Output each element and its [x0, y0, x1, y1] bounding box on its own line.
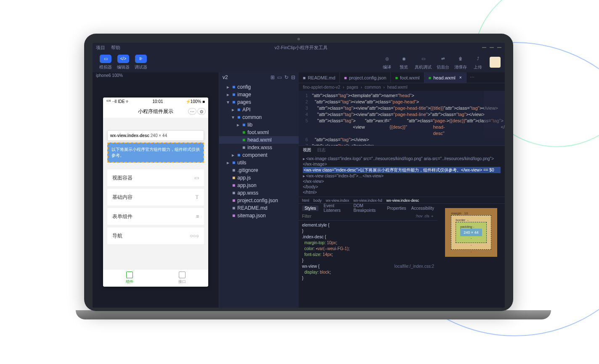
hov-cls-toggle[interactable]: :hov .cls ＋: [415, 214, 434, 219]
breadcrumb: fino-applet-demo-v2 › pages › common › h…: [299, 83, 505, 91]
titlebar: 项目 帮助 v2-FinClip小程序开发工具: [93, 43, 505, 52]
menu-project[interactable]: 项目: [96, 45, 105, 51]
max-icon[interactable]: [490, 47, 494, 48]
tab-overflow[interactable]: ⋯: [466, 72, 478, 83]
path-segment[interactable]: body: [313, 198, 322, 203]
new-file-icon[interactable]: ⊞: [270, 74, 275, 80]
box-model: margin 10 border - padding - 240 × 44 - …: [437, 204, 505, 308]
preview-button[interactable]: ◉预览: [398, 55, 410, 70]
clear-cache-button[interactable]: 🗑清缓存: [454, 55, 467, 70]
tree-node[interactable]: ▸■component: [219, 151, 299, 159]
editor-toggle[interactable]: </>编辑器: [117, 55, 130, 70]
more-icon[interactable]: ⋯: [188, 108, 196, 115]
file-tree: ▸■config▸■image▾■pages▸■API▾■common▸■lib…: [219, 82, 299, 220]
list-item[interactable]: 导航○○○: [107, 227, 204, 244]
inspector-tab-view[interactable]: 视图: [303, 147, 311, 153]
style-tab[interactable]: DOM Breakpoints: [353, 203, 382, 213]
path-segment[interactable]: html: [302, 198, 309, 203]
editor-tab[interactable]: ■head.wxml×: [424, 72, 466, 83]
upload-button[interactable]: ⤴上传: [472, 55, 484, 70]
editor-tab[interactable]: ■foot.wxml: [391, 72, 424, 83]
laptop-frame: 项目 帮助 v2-FinClip小程序开发工具 ▭模拟器 </>编辑器 ⊪调试器…: [76, 34, 522, 324]
tree-node[interactable]: ■project.config.json: [219, 197, 299, 204]
filter-input[interactable]: [302, 214, 415, 219]
window-title: v2-FinClip小程序开发工具: [120, 45, 482, 51]
phone-simulator: ᴵᴰᴱ ⋅⋅ll IDE ᯤ 10:01 ⚡100% ■ 小程序组件展示 ⋯ ⊙…: [103, 98, 208, 287]
toolbar: ▭模拟器 </>编辑器 ⊪调试器 ◎编译 ◉预览 ▭真机调试 ⇄切后台 🗑清缓存…: [93, 52, 505, 72]
editor-tab[interactable]: ■project.config.json: [340, 72, 391, 83]
style-tab[interactable]: Accessibility: [411, 206, 434, 211]
page-title: 小程序组件展示: [138, 108, 173, 115]
tree-node[interactable]: ■foot.wxml: [219, 129, 299, 136]
min-icon[interactable]: [482, 47, 486, 48]
remote-debug-button[interactable]: ▭真机调试: [415, 55, 432, 70]
tree-node[interactable]: ▸■API: [219, 106, 299, 113]
code-editor[interactable]: 1"attr">class="tag"><template "attr">nam…: [299, 91, 505, 145]
editor-tabs: ■README.md■project.config.json■foot.wxml…: [299, 72, 505, 83]
tab-interface[interactable]: 接口: [156, 269, 208, 287]
tree-node[interactable]: ■index.wxss: [219, 144, 299, 151]
style-tab[interactable]: Styles: [302, 206, 318, 211]
style-tab[interactable]: Event Listeners: [323, 203, 348, 213]
tree-node[interactable]: ▸■lib: [219, 121, 299, 129]
dom-tree[interactable]: ▸ <wx-image class="index-logo" src="../r…: [299, 154, 505, 197]
tree-node[interactable]: ■app.json: [219, 182, 299, 189]
avatar[interactable]: [490, 57, 501, 68]
element-tooltip: wx-view.index-desc 240 × 44: [107, 130, 204, 141]
tree-root[interactable]: v2: [223, 74, 228, 80]
device-info[interactable]: iphone6 100%: [93, 72, 219, 81]
status-time: 10:01: [153, 99, 163, 104]
path-segment[interactable]: wx-view.index: [326, 198, 350, 203]
list-item[interactable]: 基础内容𝕋: [107, 189, 204, 206]
menu-help[interactable]: 帮助: [111, 45, 120, 51]
tree-node[interactable]: ■app.wxss: [219, 189, 299, 197]
editor-tab[interactable]: ■README.md: [299, 72, 340, 83]
style-tabs: StylesEvent ListenersDOM BreakpointsProp…: [299, 204, 437, 212]
tree-node[interactable]: ▾■pages: [219, 98, 299, 106]
inspector-tab-other[interactable]: 日志: [317, 147, 326, 153]
minimap[interactable]: [484, 91, 505, 145]
style-tab[interactable]: Properties: [387, 206, 406, 211]
path-segment[interactable]: wx-view.index-desc: [387, 198, 419, 203]
close-icon[interactable]: [497, 47, 501, 48]
simulator-toggle[interactable]: ▭模拟器: [99, 55, 112, 70]
tree-node[interactable]: ■README.md: [219, 204, 299, 212]
tree-node[interactable]: ▸■utils: [219, 159, 299, 166]
tab-components[interactable]: 组件: [103, 269, 156, 287]
tree-node[interactable]: ▸■config: [219, 83, 299, 91]
switch-bg-button[interactable]: ⇄切后台: [437, 55, 449, 70]
css-rules[interactable]: element.style {}.index-desc {</span> mar…: [299, 221, 437, 283]
laptop-base: [76, 310, 551, 319]
close-capsule-icon[interactable]: ⊙: [197, 108, 206, 115]
signal-icon: ᴵᴰᴱ ⋅⋅ll IDE ᯤ: [106, 99, 130, 104]
collapse-icon[interactable]: ⊟: [291, 74, 295, 80]
tree-node[interactable]: ▸■image: [219, 91, 299, 98]
tree-node[interactable]: ■app.js: [219, 174, 299, 182]
highlighted-element[interactable]: 以下将展示小程序官方组件能力，组件样式仅供参考。: [107, 142, 204, 163]
tree-node[interactable]: ▾■common: [219, 113, 299, 121]
list-item[interactable]: 表单组件≡: [107, 208, 204, 225]
tree-node[interactable]: ■.gitignore: [219, 166, 299, 174]
compile-button[interactable]: ◎编译: [381, 55, 393, 70]
element-path[interactable]: htmlbodywx-view.indexwx-view.index-hdwx-…: [299, 197, 505, 203]
nav-bar: 小程序组件展示 ⋯ ⊙: [103, 105, 208, 118]
debugger-toggle[interactable]: ⊪调试器: [135, 55, 147, 70]
tree-node[interactable]: ■sitemap.json: [219, 212, 299, 219]
app-screen: 项目 帮助 v2-FinClip小程序开发工具 ▭模拟器 </>编辑器 ⊪调试器…: [93, 43, 505, 308]
status-bar: ᴵᴰᴱ ⋅⋅ll IDE ᯤ 10:01 ⚡100% ■: [103, 98, 208, 105]
tree-node[interactable]: ■head.wxml: [219, 136, 299, 144]
list-item[interactable]: 视图容器▭: [107, 169, 204, 186]
new-folder-icon[interactable]: ▭: [277, 74, 282, 80]
battery-icon: ⚡100% ■: [186, 99, 205, 104]
camera-dot: [297, 38, 300, 40]
refresh-icon[interactable]: ↻: [284, 74, 289, 80]
path-segment[interactable]: wx-view.index-hd: [353, 198, 382, 203]
